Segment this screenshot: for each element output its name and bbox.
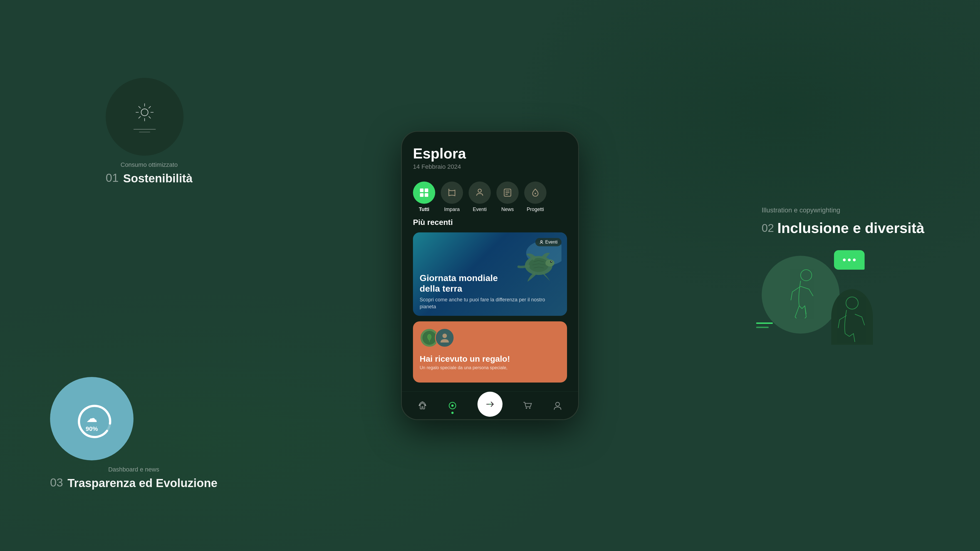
app-header: Esplora 14 Febbraio 2024 (402, 132, 578, 176)
svg-point-27 (545, 260, 554, 267)
tab-news[interactable]: News (496, 181, 519, 213)
left-bottom-block: ☁ 90% Dashboard e news 03 Trasparenza ed… (50, 377, 218, 490)
card-badge-eventi: Eventi (535, 238, 562, 246)
tab-eventi[interactable]: Eventi (469, 181, 491, 213)
phone-screen: Esplora 14 Febbraio 2024 Tutti (402, 132, 578, 419)
svg-rect-13 (420, 189, 423, 192)
nav-explore[interactable] (447, 400, 457, 411)
tab-icon-progetti (524, 181, 546, 204)
right-title-wrap: 02 Inclusione e diversità (762, 220, 924, 236)
left-bottom-title: Trasparenza ed Evoluzione (68, 476, 218, 490)
svg-point-18 (478, 189, 481, 192)
chat-dot-2 (848, 259, 851, 261)
left-top-subtitle: Consumo ottimizzato (106, 161, 192, 168)
card-gift-title: Hai ricevuto un regalo! (413, 354, 567, 364)
nav-cart[interactable] (523, 400, 533, 411)
bubble-main (762, 256, 840, 333)
tab-icon-impara (441, 181, 463, 204)
tab-icon-tutti (413, 181, 435, 204)
tab-progetti[interactable]: Progetti (524, 181, 546, 213)
left-bottom-subtitle: Dashboard e news (50, 466, 218, 473)
svg-line-7 (149, 106, 150, 108)
tab-icon-eventi (469, 181, 491, 204)
second-person-bubble (831, 289, 873, 345)
tab-tutti[interactable]: Tutti (413, 181, 435, 213)
card-earth-title: Giornata mondialedella terra (420, 273, 560, 294)
section-title-recent: Più recenti (413, 218, 567, 227)
badge-label: Eventi (545, 240, 558, 245)
card-earth[interactable]: Eventi Giornata mondialedella terra Scop… (413, 232, 567, 316)
phone-mockup: Esplora 14 Febbraio 2024 Tutti (401, 131, 579, 420)
card-earth-desc: Scopri come anche tu puoi fare la differ… (420, 296, 560, 310)
app-date: 14 Febbraio 2024 (413, 163, 567, 170)
svg-point-11 (801, 270, 812, 281)
left-top-block: Consumo ottimizzato 01 Sostenibilità (106, 78, 192, 185)
svg-point-30 (541, 240, 542, 242)
cloud-icon: ☁ (86, 412, 97, 424)
svg-line-6 (149, 116, 150, 118)
right-subtitle: Illustration e copywrighting (762, 206, 840, 214)
right-title: Inclusione e diversità (777, 220, 924, 236)
app-title: Esplora (413, 146, 567, 162)
nav-home[interactable] (417, 400, 428, 411)
left-top-number: 01 (106, 171, 119, 184)
right-number: 02 (762, 222, 774, 234)
sun-line (134, 129, 156, 130)
bottom-nav (402, 391, 578, 419)
svg-rect-16 (425, 193, 428, 197)
tab-label-progetti: Progetti (527, 206, 544, 213)
svg-line-8 (139, 116, 140, 118)
sun-widget (106, 78, 183, 156)
svg-point-23 (535, 193, 536, 194)
green-lines (756, 322, 773, 328)
nav-center-button[interactable] (477, 392, 503, 417)
tab-label-news: News (501, 206, 514, 213)
progress-label: 90% (86, 426, 98, 433)
sun-icon (134, 101, 156, 124)
category-tabs: Tutti Impara (402, 176, 578, 218)
tab-icon-news (496, 181, 519, 204)
nav-profile[interactable] (552, 400, 563, 411)
svg-point-38 (526, 407, 527, 409)
svg-line-5 (139, 106, 140, 108)
left-bottom-number: 03 (50, 476, 63, 489)
tab-impara[interactable]: Impara (441, 181, 463, 213)
app-content: Più recenti (402, 218, 578, 391)
svg-point-37 (490, 404, 490, 405)
svg-point-29 (551, 261, 552, 262)
svg-point-34 (442, 333, 447, 338)
svg-point-36 (452, 405, 453, 407)
nav-active-dot (451, 412, 453, 414)
card-earth-content: Giornata mondialedella terra Scopri come… (413, 267, 567, 316)
svg-point-40 (556, 402, 560, 406)
tab-label-tutti: Tutti (419, 206, 430, 213)
tab-label-eventi: Eventi (473, 206, 487, 213)
chat-dot-3 (853, 259, 856, 261)
card-gift-desc: Un regalo speciale da una persona specia… (413, 364, 567, 370)
progress-arc: ☁ 90% (75, 402, 108, 435)
right-section: Illustration e copywrighting 02 Inclusio… (762, 206, 924, 345)
gift-avatars (413, 321, 567, 354)
tab-label-impara: Impara (444, 206, 460, 213)
phone-container: Esplora 14 Febbraio 2024 Tutti (401, 131, 579, 420)
svg-point-0 (141, 109, 148, 116)
avatar-2 (435, 328, 454, 348)
svg-point-39 (529, 407, 531, 409)
cloud-widget: ☁ 90% (50, 377, 134, 460)
chat-bubble (834, 250, 865, 270)
svg-point-12 (846, 297, 858, 309)
card-gift[interactable]: Hai ricevuto un regalo! Un regalo specia… (413, 321, 567, 383)
svg-rect-14 (425, 189, 428, 192)
left-top-title: Sostenibilità (123, 172, 193, 185)
svg-rect-15 (420, 193, 423, 197)
chat-dot-1 (843, 259, 846, 261)
sun-line-short (139, 132, 150, 132)
right-illustration (762, 248, 873, 345)
